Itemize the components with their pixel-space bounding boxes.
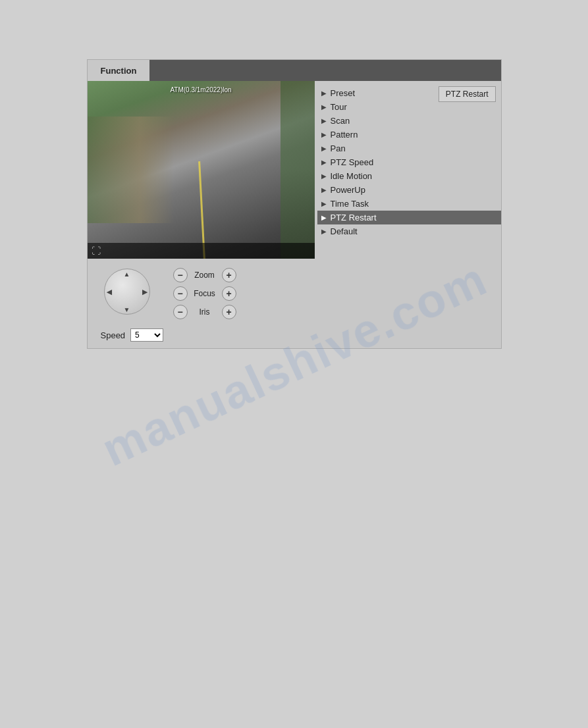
menu-item-default[interactable]: ▶ Default xyxy=(317,224,501,238)
zoom-label: Zoom xyxy=(192,271,218,280)
camera-bottom-bar: ⛶ xyxy=(88,243,315,259)
ptz-restart-area: PTZ Restart xyxy=(439,86,496,102)
speed-select[interactable]: 1 2 3 4 5 6 7 8 9 10 xyxy=(130,328,163,342)
speed-label: Speed xyxy=(101,330,126,340)
focus-minus-button[interactable]: − xyxy=(173,286,188,301)
speed-row: Speed 1 2 3 4 5 6 7 8 9 10 xyxy=(88,326,501,348)
menu-arrow-ptz-restart: ▶ xyxy=(321,214,328,221)
menu-label-scan: Scan xyxy=(331,116,350,126)
dpad-right-button[interactable]: ▶ xyxy=(138,284,152,299)
focus-row: − Focus + xyxy=(173,286,236,301)
tab-function[interactable]: Function xyxy=(88,60,150,81)
menu-arrow-default: ▶ xyxy=(321,228,328,235)
menu-item-time-task[interactable]: ▶ Time Task xyxy=(317,197,501,211)
camera-container: ATM(0.3/1m2022)lon ⛶ xyxy=(88,81,315,259)
zfi-controls: − Zoom + − Focus + − Iris + xyxy=(173,268,236,319)
menu-arrow-pan: ▶ xyxy=(321,145,328,152)
tab-bar: Function xyxy=(88,60,501,81)
menu-label-preset: Preset xyxy=(331,88,356,98)
menu-arrow-time-task: ▶ xyxy=(321,200,328,207)
focus-plus-button[interactable]: + xyxy=(222,286,236,301)
menu-arrow-powerup: ▶ xyxy=(321,186,328,194)
camera-overlay-text: ATM(0.3/1m2022)lon xyxy=(170,86,231,93)
iris-row: − Iris + xyxy=(173,305,236,319)
iris-label: Iris xyxy=(192,307,218,317)
menu-label-tour: Tour xyxy=(331,102,347,112)
panel-body: ATM(0.3/1m2022)lon ⛶ PTZ Restart ▶ Pres xyxy=(88,81,501,348)
focus-label: Focus xyxy=(192,289,218,298)
menu-item-powerup[interactable]: ▶ PowerUp xyxy=(317,183,501,197)
menu-label-ptz-speed: PTZ Speed xyxy=(331,157,374,167)
menu-label-time-task: Time Task xyxy=(331,199,369,209)
zoom-minus-button[interactable]: − xyxy=(173,268,188,282)
camera-feed: ATM(0.3/1m2022)lon xyxy=(88,81,315,259)
menu-label-idle-motion: Idle Motion xyxy=(331,171,373,181)
menu-arrow-pattern: ▶ xyxy=(321,131,328,138)
iris-minus-button[interactable]: − xyxy=(173,305,188,319)
menu-label-ptz-restart: PTZ Restart xyxy=(331,213,377,222)
menu-label-default: Default xyxy=(331,226,358,236)
dpad-up-button[interactable]: ▲ xyxy=(120,267,134,281)
camera-menu-row: ATM(0.3/1m2022)lon ⛶ PTZ Restart ▶ Pres xyxy=(88,81,501,259)
menu-item-idle-motion[interactable]: ▶ Idle Motion xyxy=(317,169,501,183)
menu-item-ptz-restart[interactable]: ▶ PTZ Restart xyxy=(317,211,501,224)
main-panel: Function ATM(0.3/1m2022)lon ⛶ xyxy=(87,59,502,349)
menu-item-ptz-speed[interactable]: ▶ PTZ Speed xyxy=(317,155,501,169)
menu-item-pan[interactable]: ▶ Pan xyxy=(317,142,501,155)
controls-row: ▲ ▼ ◀ ▶ − Zoom + − Focus + xyxy=(88,259,501,326)
menu-arrow-ptz-speed: ▶ xyxy=(321,159,328,166)
fullscreen-icon[interactable]: ⛶ xyxy=(92,246,101,256)
iris-plus-button[interactable]: + xyxy=(222,305,236,319)
right-section: PTZ Restart ▶ Preset ▶ Tour ▶ Scan xyxy=(315,81,501,259)
menu-arrow-scan: ▶ xyxy=(321,117,328,124)
menu-arrow-tour: ▶ xyxy=(321,103,328,111)
menu-item-tour[interactable]: ▶ Tour xyxy=(317,100,501,114)
zoom-row: − Zoom + xyxy=(173,268,236,282)
menu-item-scan[interactable]: ▶ Scan xyxy=(317,114,501,128)
menu-label-powerup: PowerUp xyxy=(331,185,365,195)
dpad: ▲ ▼ ◀ ▶ xyxy=(101,265,153,318)
menu-label-pattern: Pattern xyxy=(331,130,358,140)
menu-item-pattern[interactable]: ▶ Pattern xyxy=(317,128,501,142)
dpad-left-button[interactable]: ◀ xyxy=(102,284,117,299)
zoom-plus-button[interactable]: + xyxy=(222,268,236,282)
menu-label-pan: Pan xyxy=(331,143,346,153)
ptz-restart-button[interactable]: PTZ Restart xyxy=(439,86,496,102)
menu-arrow-preset: ▶ xyxy=(321,90,328,97)
dpad-down-button[interactable]: ▼ xyxy=(120,302,134,317)
menu-panel: ▶ Preset ▶ Tour ▶ Scan ▶ Pattern xyxy=(315,81,501,259)
menu-arrow-idle-motion: ▶ xyxy=(321,172,328,180)
